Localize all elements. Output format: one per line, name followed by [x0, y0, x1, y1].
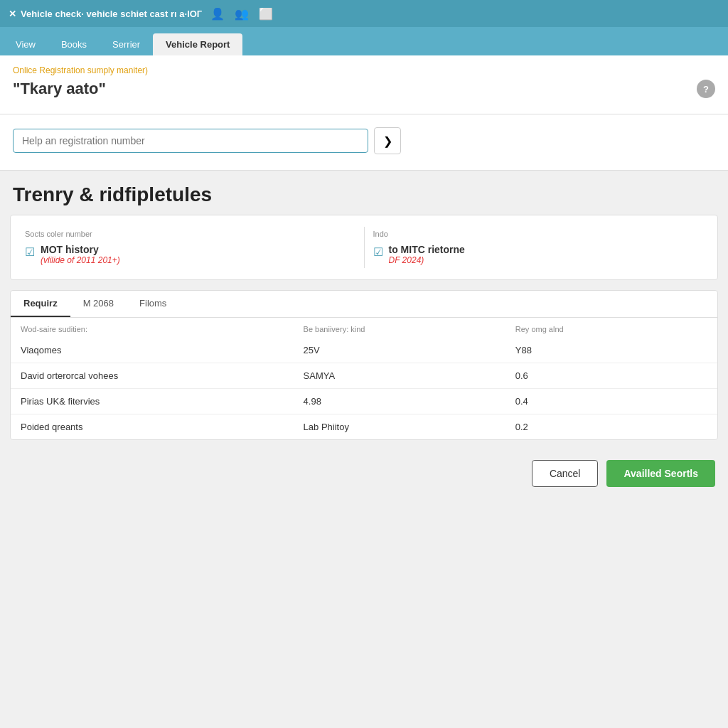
checks-col-left: Socts coler number ☑ MOT history (vlilid…	[25, 227, 364, 268]
tab-bar: ViewBooksSerrierVehicle Report	[0, 27, 728, 55]
table-row: Pirias UK& fitervies4.980.4	[11, 389, 717, 414]
tab-books[interactable]: Books	[48, 33, 100, 55]
window-icon[interactable]: ⬜	[259, 7, 273, 21]
checks-col2-label: Indo	[373, 230, 695, 238]
table-cell-col2: 4.98	[294, 389, 505, 414]
checks-card: Socts coler number ☑ MOT history (vlilid…	[10, 215, 718, 280]
table-cell-col2: Lab Phiitoy	[294, 414, 505, 440]
inner-tabs: RequirzM 2068Filoms	[11, 291, 717, 318]
user-icon[interactable]: 👤	[210, 7, 225, 21]
col3-header: Rey omg alnd	[505, 318, 717, 338]
card-title-row: "Tkary aato" ?	[13, 80, 715, 98]
card-subtitle: Onlice Registration sumply maniter)	[13, 65, 715, 75]
table-row: Viaqomes25VY88	[11, 338, 717, 363]
table-cell-col1: Poided qreants	[11, 414, 294, 440]
checks-grid: Socts coler number ☑ MOT history (vlilid…	[25, 227, 703, 268]
check-item-1-text: MOT history (vlilide of 2011 201+)	[41, 244, 120, 265]
table-cell-col3: Y88	[505, 338, 717, 363]
logo-icon: ✕	[9, 9, 16, 19]
card-title-text: "Tkary aato"	[13, 80, 106, 98]
table-cell-col3: 0.6	[505, 363, 717, 389]
table-cell-col3: 0.4	[505, 389, 717, 414]
search-button[interactable]: ❯	[374, 127, 401, 154]
table-cell-col2: SAMYA	[294, 363, 505, 389]
tab-serrier[interactable]: Serrier	[100, 33, 153, 55]
search-input[interactable]	[13, 129, 368, 153]
table-cell-col1: David orterorcal vohees	[11, 363, 294, 389]
group-icon[interactable]: 👥	[235, 7, 249, 21]
check-icon-2: ☑	[373, 245, 383, 259]
checks-col1-label: Socts coler number	[25, 230, 355, 238]
data-table: Wod-saire suditien: Be baniivery: kind R…	[11, 318, 717, 439]
check-item-2: ☑ to MITC rietorne DF 2024)	[373, 244, 695, 265]
col2-header: Be baniivery: kind	[294, 318, 505, 338]
inner-tab-filoms[interactable]: Filoms	[127, 291, 179, 317]
table-row: Poided qreantsLab Phiitoy0.2	[11, 414, 717, 440]
col1-header: Wod-saire suditien:	[11, 318, 294, 338]
tabs-section: RequirzM 2068Filoms Wod-saire suditien: …	[10, 290, 718, 440]
check-item-2-text: to MITC rietorne DF 2024)	[389, 244, 465, 265]
footer-buttons: Cancel Availled Seortls	[0, 450, 728, 497]
search-section: ❯	[0, 114, 728, 171]
help-icon[interactable]: ?	[697, 80, 715, 98]
main-content: Onlice Registration sumply maniter) "Tka…	[0, 55, 728, 728]
table-cell-col3: 0.2	[505, 414, 717, 440]
app-title: Vehicle check· vehicle schiet cast rı a·…	[21, 9, 202, 19]
app-logo: ✕ Vehicle check· vehicle schiet cast rı …	[9, 9, 202, 19]
inner-tab-m-2068[interactable]: M 2068	[70, 291, 127, 317]
check-item-2-sub: DF 2024)	[389, 255, 465, 265]
top-bar-icons: 👤 👥 ⬜	[210, 7, 273, 21]
check-icon-1: ☑	[25, 245, 35, 259]
inner-tab-requirz[interactable]: Requirz	[11, 291, 70, 317]
table-body: Viaqomes25VY88David orterorcal voheesSAM…	[11, 338, 717, 439]
table-cell-col1: Viaqomes	[11, 338, 294, 363]
title-card: Onlice Registration sumply maniter) "Tka…	[0, 55, 728, 114]
check-item-2-title: to MITC rietorne	[389, 244, 465, 255]
table-cell-col1: Pirias UK& fitervies	[11, 389, 294, 414]
search-row: ❯	[13, 127, 715, 154]
cancel-button[interactable]: Cancel	[532, 460, 599, 487]
section-heading: Trenry & ridfipletules	[0, 171, 728, 215]
check-item-1-title: MOT history	[41, 244, 120, 255]
tab-vehicle-report[interactable]: Vehicle Report	[153, 33, 242, 55]
primary-button[interactable]: Availled Seortls	[606, 460, 715, 487]
check-item-1: ☑ MOT history (vlilide of 2011 201+)	[25, 244, 355, 265]
top-bar: ✕ Vehicle check· vehicle schiet cast rı …	[0, 0, 728, 27]
check-item-1-sub: (vlilide of 2011 201+)	[41, 255, 120, 265]
checks-col-right: Indo ☑ to MITC rietorne DF 2024)	[365, 227, 704, 268]
table-cell-col2: 25V	[294, 338, 505, 363]
table-row: David orterorcal voheesSAMYA0.6	[11, 363, 717, 389]
table-header-row: Wod-saire suditien: Be baniivery: kind R…	[11, 318, 717, 338]
tab-view[interactable]: View	[3, 33, 48, 55]
